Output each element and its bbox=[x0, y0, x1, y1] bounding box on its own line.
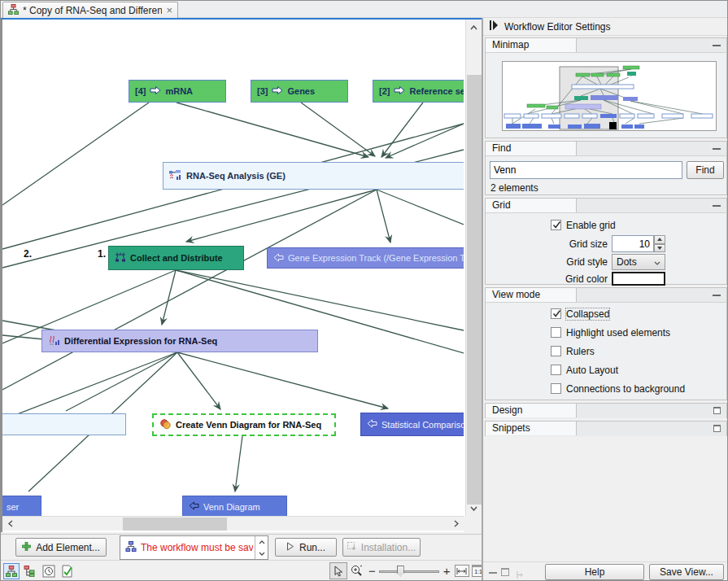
enable-grid-checkbox[interactable] bbox=[551, 220, 561, 230]
chevron-down-icon bbox=[654, 256, 660, 268]
workflow-blue-icon bbox=[125, 540, 137, 555]
auto-layout-checkbox[interactable] bbox=[551, 365, 561, 375]
node-output-gene-expression-track[interactable]: Gene Expression Track (/Gene Expression … bbox=[267, 247, 464, 269]
find-button[interactable]: Find bbox=[687, 161, 724, 179]
horizontal-scrollbar[interactable] bbox=[2, 516, 464, 531]
tab-workflow[interactable]: * Copy of RNA-Seq and Different... × bbox=[2, 2, 178, 18]
rnaseq-icon bbox=[169, 169, 182, 182]
minimize-icon[interactable] bbox=[713, 205, 721, 207]
minimize-all-icon[interactable] bbox=[489, 572, 497, 574]
status-scroller bbox=[255, 536, 268, 559]
section-grid: Grid Enable grid Grid size Grid style Do… bbox=[485, 198, 727, 285]
highlight-used-checkbox[interactable] bbox=[551, 327, 561, 338]
minimize-icon[interactable] bbox=[713, 45, 721, 46]
node-label: Collect and Distribute bbox=[130, 253, 223, 263]
scroll-right-icon[interactable] bbox=[449, 517, 463, 531]
help-button[interactable]: Help bbox=[545, 564, 644, 580]
node-differential-expression[interactable]: Differential Expression for RNA-Seq bbox=[41, 330, 318, 352]
scroll-left-icon[interactable] bbox=[3, 517, 17, 531]
status-scroll-down-icon[interactable] bbox=[255, 548, 268, 559]
spinner-down-icon[interactable] bbox=[654, 244, 665, 253]
node-output-partial-ser[interactable]: ser bbox=[2, 496, 41, 516]
workflow-status-message: The workflow must be saved bbox=[141, 542, 253, 553]
rulers-checkbox[interactable] bbox=[551, 346, 561, 356]
validate-icon[interactable] bbox=[59, 564, 74, 579]
save-view-button[interactable]: Save View... bbox=[649, 564, 724, 580]
horizontal-scroll-thumb[interactable] bbox=[123, 518, 227, 531]
section-title: Design bbox=[486, 404, 577, 417]
status-scroll-up-icon[interactable] bbox=[255, 536, 268, 548]
node-output-statistical-comparison[interactable]: Statistical Comparison bbox=[360, 413, 464, 436]
section-design-header[interactable]: Design bbox=[486, 404, 726, 418]
zoom-tool-button[interactable] bbox=[347, 562, 365, 579]
scroll-up-icon[interactable] bbox=[467, 20, 481, 34]
vertical-scroll-thumb[interactable] bbox=[467, 75, 482, 505]
node-collect-distribute[interactable]: Collect and Distribute bbox=[108, 246, 244, 270]
restore-icon[interactable] bbox=[713, 407, 721, 414]
vertical-scrollbar[interactable] bbox=[465, 20, 482, 516]
view-mode-hierarchy-icon[interactable] bbox=[21, 563, 37, 579]
zoom-out-icon[interactable]: − bbox=[365, 564, 379, 578]
section-find-header[interactable]: Find bbox=[486, 142, 726, 156]
grid-style-dropdown[interactable]: Dots bbox=[612, 254, 665, 270]
node-rnaseq-analysis[interactable]: RNA-Seq Analysis (GE) bbox=[163, 162, 464, 190]
minimize-icon[interactable] bbox=[713, 295, 721, 296]
enable-grid-label: Enable grid bbox=[566, 220, 616, 231]
node-input-reference[interactable]: [2] Reference sequ bbox=[373, 80, 464, 103]
node-output-venn-diagram[interactable]: Venn Diagram bbox=[182, 496, 287, 516]
collapse-panel-icon[interactable] bbox=[490, 20, 499, 33]
history-icon[interactable] bbox=[41, 564, 56, 579]
view-mode-workflow-icon[interactable] bbox=[3, 563, 20, 579]
scroll-down-icon[interactable] bbox=[467, 501, 481, 515]
node-label: Genes bbox=[287, 86, 315, 96]
restore-all-icon[interactable] bbox=[501, 568, 509, 576]
node-label: Statistical Comparison bbox=[381, 420, 464, 430]
section-find: Find Find 2 elements bbox=[485, 141, 727, 195]
zoom-slider[interactable] bbox=[379, 564, 439, 579]
zoom-slider-thumb[interactable] bbox=[397, 566, 404, 577]
cursor-tool-button[interactable] bbox=[329, 562, 347, 579]
grid-style-label: Grid style bbox=[486, 256, 608, 268]
section-snippets-header[interactable]: Snippets bbox=[486, 422, 726, 436]
find-input[interactable] bbox=[490, 161, 682, 179]
tab-close-icon[interactable]: × bbox=[166, 6, 172, 15]
side-panel-title: Workflow Editor Settings bbox=[504, 21, 611, 33]
zoom-slider-track[interactable] bbox=[379, 570, 439, 573]
collapsed-label: Collapsed bbox=[566, 308, 609, 320]
workflow-canvas[interactable]: [4] mRNA [3] Genes [2] Reference sequ RN… bbox=[2, 20, 464, 516]
node-input-genes[interactable]: [3] Genes bbox=[251, 80, 348, 103]
node-order: [3] bbox=[257, 86, 268, 96]
restore-icon[interactable] bbox=[713, 425, 721, 432]
add-icon bbox=[22, 542, 31, 553]
node-label: mRNA bbox=[165, 86, 193, 96]
grid-size-input[interactable] bbox=[612, 235, 654, 252]
venn-icon bbox=[159, 419, 172, 431]
node-label: Gene Expression Track (/Gene Expression … bbox=[288, 253, 464, 263]
scrollbar-corner bbox=[464, 516, 483, 532]
grid-color-swatch[interactable] bbox=[612, 272, 665, 286]
node-label: ser bbox=[7, 502, 19, 512]
spinner-up-icon[interactable] bbox=[654, 235, 665, 244]
minimap-canvas[interactable] bbox=[503, 62, 716, 130]
section-minimap-header[interactable]: Minimap bbox=[486, 38, 726, 53]
section-grid-header[interactable]: Grid bbox=[486, 199, 726, 213]
zoom-in-icon[interactable]: + bbox=[439, 564, 455, 578]
tab-bar: * Copy of RNA-Seq and Different... × bbox=[1, 1, 727, 18]
status-bar: − + 1:1 bbox=[1, 560, 482, 581]
node-input-mrna[interactable]: [4] mRNA bbox=[129, 80, 226, 103]
dock-icon[interactable] bbox=[515, 568, 524, 581]
fit-width-icon[interactable] bbox=[455, 565, 469, 577]
section-view-mode-header[interactable]: View mode bbox=[486, 288, 726, 303]
side-panel-footer: Help Save View... bbox=[483, 561, 728, 581]
node-create-venn-diagram[interactable]: Create Venn Diagram for RNA-Seq bbox=[152, 413, 336, 436]
node-partial-left[interactable] bbox=[2, 413, 126, 435]
iteration-marker-2: 2. bbox=[24, 248, 32, 260]
application-window: * Copy of RNA-Seq and Different... × bbox=[0, 0, 728, 581]
connections-background-checkbox[interactable] bbox=[551, 383, 561, 394]
collapsed-checkbox[interactable] bbox=[551, 308, 561, 319]
installation-button[interactable]: Installation... bbox=[342, 538, 421, 557]
minimize-icon[interactable] bbox=[713, 148, 721, 150]
run-button[interactable]: Run... bbox=[275, 538, 337, 557]
section-title: Find bbox=[486, 142, 577, 155]
add-element-button[interactable]: Add Element... bbox=[15, 538, 107, 557]
